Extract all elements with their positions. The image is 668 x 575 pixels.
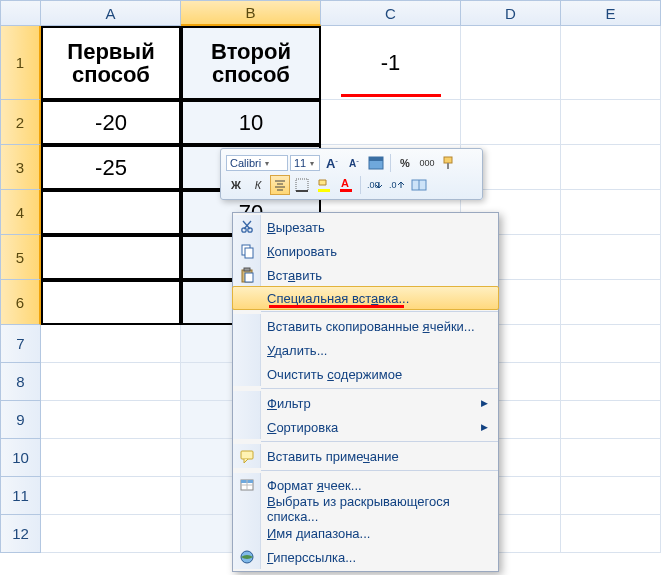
cell-E1[interactable] bbox=[561, 26, 661, 100]
ctx-insert-copied[interactable]: Вставить скопированные ячейки... bbox=[233, 314, 498, 338]
mini-toolbar: Calibri 11 Aˆ Aˇ % 000 Ж К A .00 bbox=[220, 148, 483, 200]
cell-E12[interactable] bbox=[561, 515, 661, 553]
col-header-E[interactable]: E bbox=[561, 0, 661, 26]
cell-D2[interactable] bbox=[461, 100, 561, 145]
row-header-2[interactable]: 2 bbox=[0, 100, 41, 145]
shrink-font-button[interactable]: Aˇ bbox=[344, 153, 364, 173]
cell-E4[interactable] bbox=[561, 190, 661, 235]
cell-A4[interactable] bbox=[41, 190, 181, 235]
row-header-11[interactable]: 11 bbox=[0, 477, 41, 515]
cell-B1[interactable]: Второй способ bbox=[181, 26, 321, 100]
row-header-7[interactable]: 7 bbox=[0, 325, 41, 363]
ctx-copy[interactable]: Копировать bbox=[233, 239, 498, 263]
ctx-label: Специальная вставка... bbox=[267, 291, 492, 306]
cell-E6[interactable] bbox=[561, 280, 661, 325]
col-header-D[interactable]: D bbox=[461, 0, 561, 26]
cell-C1[interactable]: -1 bbox=[321, 26, 461, 100]
cell-E10[interactable] bbox=[561, 439, 661, 477]
center-align-button[interactable] bbox=[270, 175, 290, 195]
ctx-hyperlink[interactable]: Гиперссылка... bbox=[233, 545, 498, 569]
ctx-name-range[interactable]: Имя диапазона... bbox=[233, 521, 498, 545]
svg-rect-26 bbox=[241, 451, 253, 459]
grow-font-button[interactable]: Aˆ bbox=[322, 153, 342, 173]
svg-rect-12 bbox=[340, 189, 352, 192]
ctx-label: Формат ячеек... bbox=[267, 478, 492, 493]
cell-E9[interactable] bbox=[561, 401, 661, 439]
comment-icon bbox=[233, 444, 261, 468]
row-header-9[interactable]: 9 bbox=[0, 401, 41, 439]
decrease-decimal-button[interactable]: .00 bbox=[365, 175, 385, 195]
svg-rect-8 bbox=[296, 179, 308, 191]
row-header-3[interactable]: 3 bbox=[0, 145, 41, 190]
svg-rect-2 bbox=[444, 157, 452, 163]
col-header-A[interactable]: A bbox=[41, 0, 181, 26]
row-header-8[interactable]: 8 bbox=[0, 363, 41, 401]
row-header-5[interactable]: 5 bbox=[0, 235, 41, 280]
cell-A9[interactable] bbox=[41, 401, 181, 439]
ctx-label: Имя диапазона... bbox=[267, 526, 492, 541]
ctx-label: Гиперссылка... bbox=[267, 550, 492, 565]
font-name-select[interactable]: Calibri bbox=[226, 155, 288, 171]
submenu-arrow-icon: ▶ bbox=[481, 398, 488, 408]
font-color-button[interactable]: A bbox=[336, 175, 356, 195]
row-header-1[interactable]: 1 bbox=[0, 26, 41, 100]
cell-E7[interactable] bbox=[561, 325, 661, 363]
row-header-6[interactable]: 6 bbox=[0, 280, 41, 325]
fill-color-button[interactable] bbox=[314, 175, 334, 195]
ctx-label: Копировать bbox=[267, 244, 492, 259]
percent-button[interactable]: % bbox=[395, 153, 415, 173]
blank-icon bbox=[233, 287, 261, 309]
ctx-paste-special[interactable]: Специальная вставка... bbox=[232, 286, 499, 310]
cell-A2[interactable]: -20 bbox=[41, 100, 181, 145]
ctx-insert-comment[interactable]: Вставить примечание bbox=[233, 444, 498, 468]
cell-A5[interactable] bbox=[41, 235, 181, 280]
row-header-12[interactable]: 12 bbox=[0, 515, 41, 553]
cell-E8[interactable] bbox=[561, 363, 661, 401]
italic-button[interactable]: К bbox=[248, 175, 268, 195]
cell-A11[interactable] bbox=[41, 477, 181, 515]
cell-A3[interactable]: -25 bbox=[41, 145, 181, 190]
select-all-corner[interactable] bbox=[0, 0, 41, 26]
ctx-paste[interactable]: Вставить bbox=[233, 263, 498, 287]
bold-button[interactable]: Ж bbox=[226, 175, 246, 195]
merge-cells-button[interactable] bbox=[409, 175, 429, 195]
ctx-clear[interactable]: Очистить содержимое bbox=[233, 362, 498, 386]
cell-A1[interactable]: Первый способ bbox=[41, 26, 181, 100]
ctx-filter[interactable]: Фильтр▶ bbox=[233, 391, 498, 415]
row-header-4[interactable]: 4 bbox=[0, 190, 41, 235]
font-size-select[interactable]: 11 bbox=[290, 155, 320, 171]
format-painter-button[interactable] bbox=[439, 153, 459, 173]
blank-icon bbox=[233, 391, 261, 415]
svg-rect-22 bbox=[245, 248, 253, 258]
ctx-pick-list[interactable]: Выбрать из раскрывающегося списка... bbox=[233, 497, 498, 521]
cell-E3[interactable] bbox=[561, 145, 661, 190]
col-header-C[interactable]: C bbox=[321, 0, 461, 26]
ctx-delete[interactable]: Удалить... bbox=[233, 338, 498, 362]
blank-icon bbox=[233, 497, 261, 521]
styles-button[interactable] bbox=[366, 153, 386, 173]
svg-text:A: A bbox=[341, 178, 349, 189]
increase-decimal-button[interactable]: .0 bbox=[387, 175, 407, 195]
cell-B2[interactable]: 10 bbox=[181, 100, 321, 145]
cell-A12[interactable] bbox=[41, 515, 181, 553]
cell-A8[interactable] bbox=[41, 363, 181, 401]
cell-E5[interactable] bbox=[561, 235, 661, 280]
cell-A7[interactable] bbox=[41, 325, 181, 363]
ctx-label: Вставить скопированные ячейки... bbox=[267, 319, 492, 334]
cell-D1[interactable] bbox=[461, 26, 561, 100]
borders-button[interactable] bbox=[292, 175, 312, 195]
cell-E11[interactable] bbox=[561, 477, 661, 515]
cell-A10[interactable] bbox=[41, 439, 181, 477]
cell-E2[interactable] bbox=[561, 100, 661, 145]
cell-C2[interactable] bbox=[321, 100, 461, 145]
comma-style-button[interactable]: 000 bbox=[417, 153, 437, 173]
ctx-cut[interactable]: Вырезать bbox=[233, 215, 498, 239]
svg-rect-10 bbox=[318, 189, 330, 192]
copy-icon bbox=[233, 239, 261, 263]
row-header-10[interactable]: 10 bbox=[0, 439, 41, 477]
blank-icon bbox=[233, 362, 261, 386]
col-header-B[interactable]: B bbox=[181, 0, 321, 26]
ctx-sort[interactable]: Сортировка▶ bbox=[233, 415, 498, 439]
context-menu: ВырезатьКопироватьВставитьСпециальная вс… bbox=[232, 212, 499, 572]
cell-A6[interactable] bbox=[41, 280, 181, 325]
